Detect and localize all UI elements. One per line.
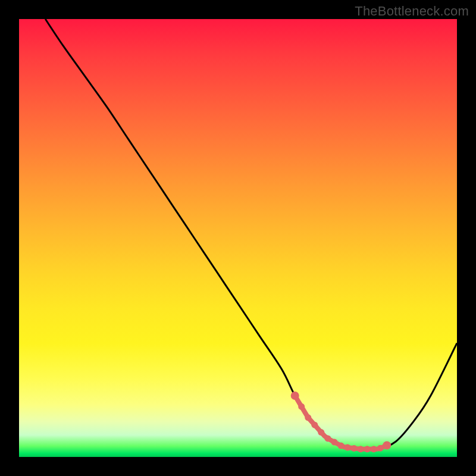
watermark-text: TheBottleneck.com: [355, 4, 469, 19]
bottleneck-curve: [45, 19, 457, 450]
optimal-zone-dot: [324, 435, 331, 441]
optimal-zone-dot: [377, 445, 384, 452]
optimal-zone-dot: [331, 439, 337, 446]
optimal-zone-dot: [311, 422, 318, 428]
optimal-zone-dot: [305, 414, 311, 421]
optimal-zone-dot: [298, 403, 305, 410]
optimal-zone-dot: [351, 445, 358, 452]
optimal-zone-line: [295, 396, 387, 449]
optimal-zone-dot: [318, 429, 324, 436]
optimal-zone-dot: [345, 444, 351, 451]
chart-frame: TheBottleneck.com: [0, 0, 476, 476]
optimal-zone-dot: [364, 446, 371, 452]
curve-path: [45, 19, 457, 450]
optimal-zone-cap: [383, 441, 391, 450]
optimal-zone-highlight: [291, 392, 392, 452]
plot-area: [19, 19, 457, 457]
curve-layer: [19, 19, 457, 457]
optimal-zone-dot: [338, 443, 345, 449]
optimal-zone-dot: [371, 446, 377, 452]
optimal-zone-cap: [291, 392, 299, 400]
optimal-zone-dot: [358, 446, 364, 452]
